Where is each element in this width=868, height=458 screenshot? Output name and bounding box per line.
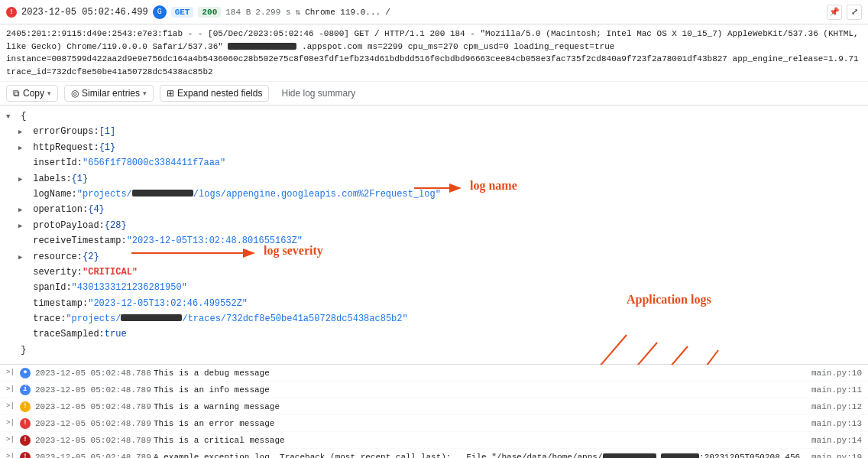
log-header: 2405:201:2:9115:d49e:2543:e7e3:f1ab - - …: [0, 24, 868, 82]
log-header-line1: 2405:201:2:9115:d49e:2543:e7e3:f1ab - - …: [6, 28, 862, 53]
critical-icon: !: [20, 435, 31, 446]
json-field-insertid: insertId: "656f1f78000c3384411f7aaa": [6, 155, 862, 171]
json-root-close: }: [6, 343, 862, 358]
info-message: This is an info message: [154, 384, 805, 397]
json-field-receivetimestamp: receiveTimestamp: "2023-12-05T13:02:48.8…: [6, 233, 862, 248]
json-root-brace: {: [15, 109, 26, 124]
errorgroups-triangle[interactable]: [18, 127, 28, 138]
json-tree: { errorGroups: [1] httpRequest: {1} inse…: [0, 106, 868, 365]
http-method-badge: GET: [171, 7, 194, 18]
json-root-open: {: [6, 109, 862, 124]
json-field-errorgroups: errorGroups: [1]: [6, 124, 862, 139]
hide-summary-label: Hide log summary: [281, 88, 355, 99]
debug-file: main.py:10: [811, 367, 862, 380]
warning-icon: !: [20, 401, 31, 412]
json-field-tracesampled: traceSampled: true: [6, 326, 862, 342]
json-field-logname: logName: "projects//logs/appengine.googl…: [6, 187, 862, 202]
critical-file: main.py:14: [811, 434, 862, 447]
json-field-operation: operation: {4}: [6, 202, 862, 217]
critical-timestamp: 2023-12-05 05:02:48.789: [35, 434, 154, 447]
log-header-line2: instance=0087599d422aa2d9e9e756dc164a4b5…: [6, 53, 862, 66]
exception-message: A example exception log. Traceback (most…: [154, 451, 805, 459]
log-entry-error[interactable]: >| ! 2023-12-05 05:02:48.789 This is an …: [0, 415, 868, 432]
resource-triangle[interactable]: [18, 252, 28, 264]
pin-button[interactable]: 📌: [827, 5, 842, 20]
json-field-resource: resource: {2}: [6, 249, 862, 265]
transfer-icon: ⇅: [296, 7, 301, 17]
log-entry-debug[interactable]: >| ● 2023-12-05 05:02:48.788 This is a d…: [0, 365, 868, 382]
exception-file: main.py:19: [811, 451, 862, 459]
error-icon: !: [6, 7, 17, 18]
expand-critical[interactable]: >|: [6, 435, 15, 446]
expand-nested-icon: ⊞: [167, 88, 174, 99]
log-entry-warning[interactable]: >| ! 2023-12-05 05:02:48.789 This is a w…: [0, 398, 868, 415]
operation-triangle[interactable]: [18, 205, 28, 216]
log-entry-critical[interactable]: >| ! 2023-12-05 05:02:48.789 This is a c…: [0, 432, 868, 449]
similar-label: Similar entries: [82, 88, 140, 99]
json-field-spanid: spanId: "4301333121236281950": [6, 280, 862, 295]
log-entry-exception[interactable]: >| ! 2023-12-05 05:02:48.789 A example e…: [0, 449, 868, 458]
expand-warning[interactable]: >|: [6, 401, 15, 412]
log-entry-info[interactable]: >| i 2023-12-05 05:02:48.789 This is an …: [0, 382, 868, 398]
expand-debug[interactable]: >|: [6, 368, 15, 378]
critical-message: This is a critical message: [154, 434, 805, 447]
response-size: 184 B: [225, 8, 251, 17]
toolbar: ⧉ Copy ▾ ◎ Similar entries ▾ ⊞ Expand ne…: [0, 82, 868, 106]
debug-timestamp: 2023-12-05 05:02:48.788: [35, 367, 154, 380]
protopayload-triangle[interactable]: [18, 221, 28, 232]
copy-label: Copy: [23, 88, 44, 99]
httprequest-triangle[interactable]: [18, 143, 28, 154]
warning-file: main.py:12: [811, 401, 862, 414]
labels-triangle[interactable]: [18, 174, 28, 186]
top-bar: ! 2023-12-05 05:02:46.499 G GET 200 184 …: [0, 0, 868, 24]
expand-info[interactable]: >|: [6, 385, 15, 395]
expand-exception[interactable]: >|: [6, 452, 15, 458]
exception-timestamp: 2023-12-05 05:02:48.789: [35, 451, 154, 459]
search-icon: ◎: [71, 88, 79, 99]
expand-error[interactable]: >|: [6, 418, 15, 429]
google-icon: G: [153, 5, 167, 19]
trace-redacted: [121, 314, 182, 321]
similar-dropdown-arrow: ▾: [143, 89, 147, 97]
log-header-line3: trace_id=732dcf8e50be41a50728dc5438ac85b…: [6, 66, 862, 79]
json-field-httprequest: httpRequest: {1}: [6, 140, 862, 155]
info-file: main.py:11: [811, 384, 862, 397]
warning-timestamp: 2023-12-05 05:02:48.789: [35, 401, 154, 414]
copy-button[interactable]: ⧉ Copy ▾: [6, 85, 58, 102]
top-bar-left: ! 2023-12-05 05:02:46.499 G GET 200 184 …: [6, 5, 821, 19]
logname-redacted: [132, 190, 193, 197]
hide-summary-button[interactable]: Hide log summary: [275, 86, 361, 101]
json-field-protopayload: protoPayload: {28}: [6, 218, 862, 233]
error-icon: !: [20, 418, 31, 429]
error-file: main.py:13: [811, 417, 862, 430]
top-bar-right: 📌 ⤢: [827, 5, 862, 20]
expand-button[interactable]: ⤢: [847, 5, 862, 20]
similar-entries-button[interactable]: ◎ Similar entries ▾: [64, 85, 154, 102]
debug-icon: ●: [20, 368, 31, 378]
expand-nested-button[interactable]: ⊞ Expand nested fields: [160, 85, 269, 102]
browser-text: Chrome 119.0...: [305, 8, 381, 17]
info-timestamp: 2023-12-05 05:02:48.789: [35, 384, 154, 397]
json-field-timestamp: timestamp: "2023-12-05T13:02:46.499552Z": [6, 296, 862, 311]
request-path: /: [385, 8, 390, 17]
copy-icon: ⧉: [13, 88, 20, 99]
response-time: 2.299 s: [255, 8, 290, 17]
json-field-trace: trace: "projects//traces/732dcf8e50be41a…: [6, 311, 862, 326]
json-tree-container: { errorGroups: [1] httpRequest: {1} inse…: [0, 106, 868, 365]
warning-message: This is a warning message: [154, 401, 805, 414]
log-entries: >| ● 2023-12-05 05:02:48.788 This is a d…: [0, 365, 868, 458]
json-field-labels: labels: {1}: [6, 171, 862, 187]
error-timestamp: 2023-12-05 05:02:48.789: [35, 417, 154, 430]
copy-dropdown-arrow: ▾: [47, 89, 51, 97]
http-status-badge: 200: [198, 7, 221, 18]
error-message: This is an error message: [154, 417, 805, 430]
root-triangle[interactable]: [6, 112, 15, 123]
entry-timestamp: 2023-12-05 05:02:46.499: [21, 7, 148, 18]
debug-message: This is a debug message: [154, 367, 805, 380]
json-field-severity: severity: "CRITICAL": [6, 265, 862, 280]
expand-nested-label: Expand nested fields: [177, 88, 262, 99]
info-icon: i: [20, 385, 31, 395]
exception-icon: !: [20, 452, 31, 458]
